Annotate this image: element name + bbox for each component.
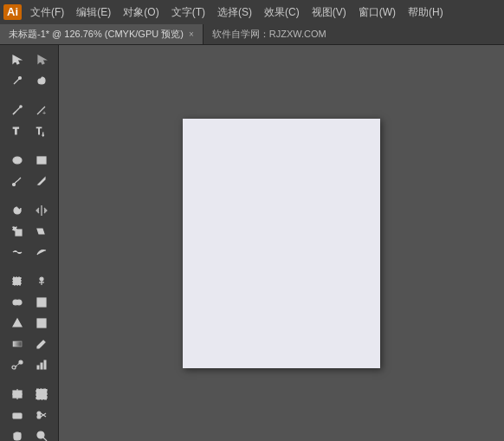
menu-item-w[interactable]: 窗口(W) — [353, 3, 401, 22]
svg-point-29 — [19, 360, 23, 364]
svg-point-44 — [37, 415, 41, 418]
toolbar: + T T↓ — [0, 45, 59, 441]
shear-tool[interactable] — [30, 222, 53, 241]
svg-line-48 — [43, 438, 47, 441]
lasso-tool[interactable] — [30, 71, 53, 90]
svg-point-21 — [16, 300, 22, 305]
svg-rect-8 — [37, 157, 46, 164]
rotate-tool[interactable] — [6, 201, 29, 220]
svg-rect-30 — [37, 366, 39, 369]
warp-tool[interactable] — [30, 243, 53, 262]
mesh-tool[interactable] — [30, 314, 53, 333]
paintbrush-tool[interactable] — [6, 172, 29, 191]
perspective-tool[interactable] — [6, 314, 29, 333]
type-tool[interactable]: T — [6, 121, 29, 140]
tab-title: 未标题-1* @ 126.76% (CMYK/GPU 预览) — [9, 28, 184, 41]
scissors-tool[interactable] — [30, 405, 53, 425]
slice-tool[interactable] — [30, 385, 53, 404]
tool-group-select — [0, 49, 58, 94]
blend-tool[interactable] — [6, 355, 29, 374]
live-paint-tool[interactable] — [30, 293, 53, 312]
tab-close-button[interactable]: × — [189, 29, 194, 39]
svg-rect-32 — [44, 360, 46, 369]
svg-point-43 — [37, 412, 41, 415]
tab-right-info: 软件自学网：RJZXW.COM — [204, 28, 335, 41]
hand-tool[interactable] — [6, 426, 29, 441]
direct-select-tool[interactable] — [30, 50, 53, 69]
reflect-tool[interactable] — [30, 201, 53, 220]
svg-point-7 — [13, 157, 22, 164]
menu-item-v[interactable]: 视图(V) — [307, 3, 352, 22]
svg-point-17 — [40, 277, 43, 281]
chart-tool[interactable] — [30, 355, 53, 374]
artboard-tool[interactable] — [6, 385, 29, 404]
svg-rect-33 — [13, 391, 22, 398]
menu-item-c[interactable]: 效果(C) — [259, 3, 305, 22]
svg-point-47 — [37, 431, 44, 438]
svg-point-9 — [12, 184, 15, 186]
tool-group-transform — [0, 199, 58, 265]
magic-wand-tool[interactable] — [6, 71, 29, 90]
svg-rect-27 — [13, 341, 22, 347]
ellipse-tool[interactable] — [6, 151, 29, 170]
menu-item-o[interactable]: 对象(O) — [118, 3, 164, 22]
pencil-tool[interactable] — [30, 172, 53, 191]
main-area: + T T↓ — [0, 45, 504, 441]
scale-tool[interactable] — [6, 222, 29, 241]
rectangle-tool[interactable] — [30, 151, 53, 170]
svg-point-28 — [12, 366, 16, 369]
shape-builder-tool[interactable] — [6, 293, 29, 312]
active-tab[interactable]: 未标题-1* @ 126.76% (CMYK/GPU 预览) × — [0, 24, 204, 44]
ai-logo: Ai — [3, 4, 22, 20]
puppet-warp-tool[interactable] — [30, 272, 53, 291]
add-anchor-tool[interactable]: + — [30, 101, 53, 120]
tab-bar: 未标题-1* @ 126.76% (CMYK/GPU 预览) × 软件自学网：R… — [0, 24, 504, 45]
artboard — [183, 119, 380, 368]
menu-item-h[interactable]: 帮助(H) — [403, 3, 449, 22]
zoom-tool[interactable] — [30, 426, 53, 441]
menu-item-f[interactable]: 文件(F) — [25, 3, 69, 22]
svg-point-2 — [19, 106, 21, 107]
free-transform-tool[interactable] — [6, 272, 29, 291]
svg-rect-12 — [16, 230, 22, 236]
svg-text:T: T — [13, 126, 19, 136]
eyedropper-tool[interactable] — [30, 334, 53, 353]
pen-tool[interactable] — [6, 101, 29, 120]
menu-item-s[interactable]: 选择(S) — [212, 3, 257, 22]
svg-rect-31 — [41, 363, 42, 369]
tool-group-misc — [0, 270, 58, 378]
select-tool[interactable] — [6, 50, 29, 69]
menu-item-t[interactable]: 文字(T) — [166, 3, 210, 22]
menu-bar: 文件(F)编辑(E)对象(O)文字(T)选择(S)效果(C)视图(V)窗口(W)… — [25, 3, 449, 22]
tool-group-draw: + T T↓ — [0, 99, 58, 144]
canvas-area[interactable] — [59, 45, 504, 441]
menu-item-e[interactable]: 编辑(E) — [71, 3, 116, 22]
tool-group-artboard — [0, 383, 58, 441]
svg-point-1 — [18, 77, 21, 80]
touch-type-tool[interactable]: T↓ — [30, 121, 53, 140]
width-tool[interactable] — [6, 243, 29, 262]
svg-text:+: + — [42, 110, 46, 116]
svg-text:↓: ↓ — [42, 131, 45, 137]
eraser-tool[interactable] — [6, 405, 29, 425]
svg-rect-16 — [14, 278, 20, 284]
title-bar: Ai 文件(F)编辑(E)对象(O)文字(T)选择(S)效果(C)视图(V)窗口… — [0, 0, 504, 24]
gradient-tool[interactable] — [6, 334, 29, 353]
tool-group-shapes — [0, 149, 58, 194]
